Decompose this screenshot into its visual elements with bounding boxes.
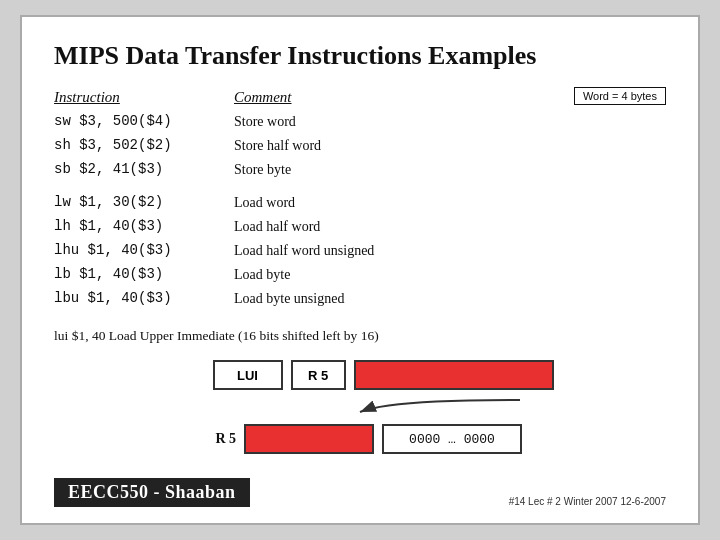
comment-col-header: Comment xyxy=(234,89,454,106)
lui-line: lui $1, 40 Load Upper Immediate (16 bits… xyxy=(54,328,666,344)
comment-sh: Store half word xyxy=(234,134,454,158)
instr-lb: lb $1, 40($3) xyxy=(54,263,214,287)
lui-box-text: LUI xyxy=(237,368,258,383)
slide: MIPS Data Transfer Instructions Examples… xyxy=(20,15,700,525)
instr-sh: sh $3, 502($2) xyxy=(54,134,214,158)
slide-title: MIPS Data Transfer Instructions Examples xyxy=(54,41,666,71)
instr-lw: lw $1, 30($2) xyxy=(54,191,214,215)
red-block-bottom xyxy=(244,424,374,454)
zeros-text: 0000 … 0000 xyxy=(409,432,495,447)
comment-sb: Store byte xyxy=(234,158,454,182)
instructions-table: Instruction sw $3, 500($4) sh $3, 502($2… xyxy=(54,89,666,310)
red-block-top xyxy=(354,360,554,390)
instr-sb: sb $2, 41($3) xyxy=(54,158,214,182)
comment-lb: Load byte xyxy=(234,263,454,287)
word-badge: Word = 4 bytes xyxy=(574,87,666,105)
instr-sw: sw $3, 500($4) xyxy=(54,110,214,134)
instr-lhu: lhu $1, 40($3) xyxy=(54,239,214,263)
eecc-badge: EECC550 - Shaaban xyxy=(54,478,250,507)
comment-lw: Load word xyxy=(234,191,454,215)
main-content: Instruction sw $3, 500($4) sh $3, 502($2… xyxy=(54,89,666,478)
instruction-column: Instruction sw $3, 500($4) sh $3, 502($2… xyxy=(54,89,214,310)
instr-lh: lh $1, 40($3) xyxy=(54,215,214,239)
r5-top-box: R 5 xyxy=(291,360,346,390)
arrow-svg xyxy=(330,398,530,416)
r5-top-text: R 5 xyxy=(308,368,328,383)
lui-diagram: LUI R 5 xyxy=(54,360,666,454)
comment-lh: Load half word xyxy=(234,215,454,239)
diagram-top-row: LUI R 5 xyxy=(167,360,554,390)
footer: EECC550 - Shaaban #14 Lec # 2 Winter 200… xyxy=(54,478,666,507)
instruction-col-header: Instruction xyxy=(54,89,214,106)
comment-sw: Store word xyxy=(234,110,454,134)
zeros-box: 0000 … 0000 xyxy=(382,424,522,454)
arrow-row xyxy=(180,398,540,416)
diagram-bottom-row: R 5 0000 … 0000 xyxy=(198,424,522,454)
lui-box: LUI xyxy=(213,360,283,390)
instr-lbu: lbu $1, 40($3) xyxy=(54,287,214,311)
footer-info: #14 Lec # 2 Winter 2007 12-6-2007 xyxy=(509,496,666,507)
comment-lhu: Load half word unsigned xyxy=(234,239,454,263)
r5-bottom-label: R 5 xyxy=(198,431,236,447)
comment-column: Comment Store word Store half word Store… xyxy=(234,89,454,310)
comment-lbu: Load byte unsigned xyxy=(234,287,454,311)
